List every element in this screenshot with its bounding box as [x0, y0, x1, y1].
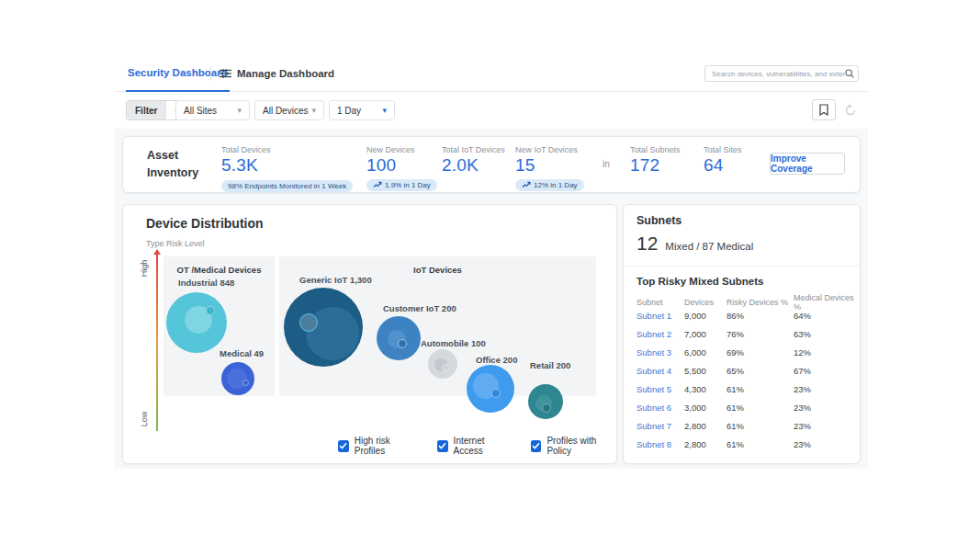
- table-row: Subnet 45,50065%67%: [624, 361, 860, 380]
- bookmark-icon: [819, 104, 828, 116]
- subnet-link[interactable]: Subnet 4: [636, 366, 684, 376]
- bubble-label: Office 200: [476, 355, 517, 365]
- table-row: Subnet 36,00069%12%: [624, 343, 860, 361]
- tab-label: Manage Dashboard: [237, 68, 334, 79]
- cell-devices: 4,300: [684, 384, 727, 394]
- metric-value: 100: [366, 155, 437, 176]
- search-input[interactable]: [712, 70, 845, 78]
- risk-axis-title: Type Risk Level: [146, 239, 205, 248]
- cell-devices: 7,000: [684, 329, 727, 339]
- bubble-mini-dot: [542, 403, 551, 413]
- bubble-mini-dot: [299, 313, 318, 332]
- checkbox-profiles-with-policy[interactable]: Profiles with Policy: [531, 436, 616, 456]
- bubble-automobile[interactable]: [428, 349, 457, 379]
- cell-medical-pct: 23%: [794, 384, 860, 394]
- dashboard-root: Security Dashboard Manage Dashboard Filt…: [115, 55, 868, 469]
- table-header-row: Subnet Devices Risky Devices % Medical D…: [624, 293, 860, 306]
- bubble-label: Medical 49: [220, 348, 264, 358]
- search-icon[interactable]: [845, 69, 854, 78]
- subnet-link[interactable]: Subnet 6: [636, 403, 684, 413]
- subnet-link[interactable]: Subnet 5: [636, 384, 684, 394]
- in-text: in: [603, 159, 610, 169]
- cell-risky-pct: 65%: [727, 366, 794, 376]
- subnet-link[interactable]: Subnet 3: [636, 347, 684, 358]
- bubble-label: Industrial 848: [178, 278, 234, 288]
- bubble-label: Automobile 100: [421, 338, 486, 348]
- cell-risky-pct: 76%: [727, 329, 794, 339]
- refresh-button[interactable]: [839, 99, 862, 120]
- metric-label: New Devices: [366, 145, 437, 154]
- filter-button[interactable]: Filter: [127, 101, 165, 119]
- timerange-select[interactable]: 1 Day ▾: [329, 100, 395, 120]
- subnet-link[interactable]: Subnet 7: [636, 421, 684, 431]
- bubble-label: Retail 200: [530, 360, 570, 370]
- metric-badge: 1.9% in 1 Day: [366, 179, 437, 191]
- bubble-medical[interactable]: [221, 362, 254, 395]
- bubble-customer-iot[interactable]: [377, 316, 421, 360]
- metric-badge: 98% Endpoints Monitored in 1 Week: [221, 180, 353, 192]
- sliders-icon: [220, 68, 231, 79]
- bubble-mini-dot: [442, 364, 449, 371]
- subnet-link[interactable]: Subnet 2: [636, 329, 684, 339]
- sites-select-value: All Sites: [184, 106, 217, 116]
- cell-medical-pct: 23%: [794, 421, 860, 431]
- bookmark-button[interactable]: [812, 99, 836, 120]
- tab-security-dashboard[interactable]: Security Dashboard: [126, 55, 230, 92]
- tab-label: Security Dashboard: [128, 67, 228, 78]
- checkbox-icon[interactable]: [531, 440, 542, 452]
- bubble-industrial[interactable]: [166, 292, 227, 353]
- bubble-mini-dot: [206, 306, 215, 315]
- device-distribution-title: Device Distribution: [146, 216, 264, 231]
- subnets-card: Subnets 12 Mixed / 87 Medical Top Risky …: [623, 204, 861, 464]
- metric-value: 5.3K: [221, 155, 353, 176]
- risky-subnets-table: Subnet Devices Risky Devices % Medical D…: [624, 293, 860, 453]
- bubble-inner-blob: [227, 369, 247, 389]
- metric-total-devices: Total Devices5.3K98% Endpoints Monitored…: [221, 145, 353, 192]
- subnet-link[interactable]: Subnet 1: [636, 311, 684, 321]
- bubble-generic-iot[interactable]: [284, 288, 363, 367]
- chart-filter-checkboxes: High risk ProfilesInternet AccessProfile…: [338, 436, 616, 456]
- asset-inventory-title: Asset Inventory: [147, 147, 220, 183]
- cell-medical-pct: 23%: [794, 439, 860, 449]
- checkbox-icon[interactable]: [437, 440, 448, 452]
- metric-value: 15: [515, 155, 584, 176]
- sites-select[interactable]: All Sites ▾: [175, 100, 250, 120]
- metric-badge: 12% in 1 Day: [515, 179, 584, 191]
- axis-low-label: Low: [140, 412, 149, 427]
- tab-divider: [210, 66, 211, 81]
- bubble-mini-dot: [398, 339, 407, 348]
- checkbox-high-risk-profiles[interactable]: High risk Profiles: [338, 436, 417, 456]
- devices-select[interactable]: All Devices ▾: [254, 100, 324, 120]
- checkbox-icon[interactable]: [338, 440, 349, 452]
- mixed-subnet-count: 12: [636, 233, 658, 255]
- cell-medical-pct: 67%: [794, 366, 860, 376]
- trend-up-icon: [522, 181, 531, 188]
- bubble-label: Generic IoT 1,300: [299, 275, 372, 285]
- trend-up-icon: [373, 181, 382, 188]
- cell-devices: 6,000: [684, 347, 727, 358]
- metric-total-iot-devices: Total IoT Devices2.0K: [442, 145, 505, 176]
- cell-medical-pct: 23%: [794, 403, 860, 413]
- cell-risky-pct: 69%: [727, 347, 794, 358]
- checkbox-internet-access[interactable]: Internet Access: [437, 436, 511, 456]
- risk-axis: [156, 255, 158, 431]
- cell-risky-pct: 61%: [727, 439, 794, 449]
- cell-devices: 9,000: [684, 311, 727, 321]
- col-header-devices: Devices: [684, 298, 727, 307]
- cell-risky-pct: 61%: [727, 403, 794, 413]
- table-row: Subnet 27,00076%63%: [624, 324, 860, 343]
- tab-manage-dashboard[interactable]: Manage Dashboard: [220, 55, 334, 92]
- metric-label: Total Sites: [704, 145, 742, 154]
- bubble-retail[interactable]: [528, 384, 563, 419]
- bubble-office[interactable]: [467, 365, 514, 413]
- cell-devices: 2,800: [684, 421, 727, 431]
- table-row: Subnet 54,30061%23%: [624, 380, 860, 398]
- filter-row: Filter Query All Sites ▾ All Devices ▾ 1…: [115, 92, 868, 129]
- device-distribution-card: Device Distribution Type Risk Level High…: [122, 204, 617, 464]
- subnet-link[interactable]: Subnet 8: [636, 439, 684, 449]
- content-area: Asset Inventory Total Devices5.3K98% End…: [115, 129, 868, 469]
- timerange-select-value: 1 Day: [337, 106, 361, 116]
- global-search[interactable]: [704, 65, 859, 82]
- cell-medical-pct: 12%: [794, 347, 860, 358]
- improve-coverage-button[interactable]: Improve Coverage: [770, 153, 845, 175]
